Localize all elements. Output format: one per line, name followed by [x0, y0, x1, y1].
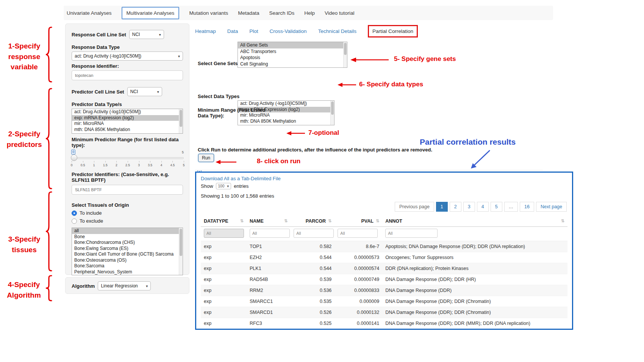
- tab-cross-validation[interactable]: Cross-Validation: [270, 28, 307, 34]
- prev-page-button[interactable]: Previous page: [395, 202, 434, 212]
- sort-icon[interactable]: ⇅: [376, 218, 379, 223]
- filter-parcor-input[interactable]: [294, 229, 334, 238]
- nav-metadata[interactable]: Metadata: [238, 10, 259, 16]
- cell-parcor: 0.536: [291, 285, 335, 296]
- page-button[interactable]: 16: [520, 202, 534, 212]
- sort-icon[interactable]: ⇅: [284, 218, 288, 223]
- tissue-include-option[interactable]: To include: [72, 210, 183, 216]
- nav-mutation-variants[interactable]: Mutation variants: [189, 10, 228, 16]
- list-option[interactable]: mth: DNA 850K Methylation: [238, 119, 334, 125]
- entries-select[interactable]: 100 ▾: [216, 183, 231, 189]
- scrollbar-thumb[interactable]: [180, 229, 182, 256]
- table-row: exp SMARCC1 0.535 0.000009 DNA Damage Re…: [201, 296, 567, 307]
- predictor-identifiers-input[interactable]: SLFN11 BPTF: [72, 185, 183, 195]
- select-value: 100: [218, 184, 225, 188]
- next-page-button[interactable]: Next page: [536, 202, 567, 212]
- radio-unselected-icon[interactable]: [72, 218, 77, 224]
- slider-track[interactable]: [72, 157, 184, 159]
- list-option[interactable]: Bone:Osteosarcoma (OS): [72, 257, 183, 264]
- sort-icon[interactable]: ⇅: [240, 218, 244, 223]
- response-identifier-input[interactable]: topotecan: [72, 70, 183, 80]
- col-header-pval[interactable]: ⇅PVAL: [335, 215, 382, 227]
- tissue-exclude-option[interactable]: To exclude: [72, 218, 183, 224]
- min-predictor-range-slider[interactable]: 0 5 0 0.5 1 1.5 2 2.5 3 3.5 4 4.5 5: [72, 151, 184, 168]
- list-option[interactable]: Bone:Giant Cell Tumor of Bone (GCTB) Sar…: [72, 251, 183, 257]
- page-button[interactable]: 5: [491, 202, 502, 212]
- cell-parcor: 0.582: [291, 241, 335, 252]
- scrollbar[interactable]: [179, 109, 183, 133]
- table-row: exp EZH2 0.544 0.00000573 Oncogenes; Tum…: [201, 252, 567, 263]
- scrollbar-thumb[interactable]: [331, 101, 334, 115]
- app-root: Univariate Analyses Multivariate Analyse…: [0, 0, 644, 362]
- list-option-selected[interactable]: all: [72, 228, 183, 234]
- cell-annot: DNA Damage Response (DDR); DDR (Chromati…: [382, 296, 567, 307]
- list-option[interactable]: Bone:Ewing Sarcoma (ES): [72, 246, 183, 252]
- scrollbar-thumb[interactable]: [180, 110, 182, 127]
- predictor-cell-line-set-select[interactable]: NCI ▾: [127, 87, 162, 96]
- entries-label: entries: [234, 183, 249, 189]
- list-option[interactable]: act: Drug Activity (-log10[IC50M]): [72, 109, 183, 115]
- algorithm-select[interactable]: Linear Regression ▾: [98, 281, 151, 290]
- list-option-selected[interactable]: All Gene Sets: [238, 42, 347, 48]
- sort-icon[interactable]: ⇅: [561, 218, 564, 223]
- page-button[interactable]: 2: [450, 202, 461, 212]
- cell-name: RRM2: [247, 285, 291, 296]
- nav-help[interactable]: Help: [304, 10, 315, 16]
- scrollbar[interactable]: [343, 42, 347, 67]
- cell-pval: 0.00000833: [335, 285, 382, 296]
- gene-sets-list[interactable]: All Gene Sets ABC Transporters Apoptosis…: [238, 42, 347, 68]
- list-option[interactable]: mir: MicroRNA: [72, 121, 183, 127]
- list-option[interactable]: Bone: [72, 234, 183, 240]
- tab-technical-details[interactable]: Technical Details: [318, 28, 356, 34]
- radio-selected-icon[interactable]: [72, 211, 77, 216]
- table-filter-row: [201, 227, 567, 241]
- sort-icon[interactable]: ⇅: [328, 218, 331, 223]
- list-option[interactable]: ABC Transporters: [238, 48, 347, 55]
- list-option[interactable]: Peripheral_Nervous_System: [72, 269, 183, 275]
- tab-plot[interactable]: Plot: [249, 28, 258, 34]
- table-row: exp CHAF1B 0.522 0.0000157 DDR (DNA repl…: [201, 329, 567, 330]
- download-link[interactable]: Download All as a Tab-Delimited File: [201, 176, 281, 181]
- tissue-list[interactable]: all Bone Bone:Chondrosarcoma (CHS) Bone:…: [72, 228, 183, 275]
- list-option-selected[interactable]: exp: mRNA Expression (log2): [72, 115, 183, 121]
- nav-video-tutorial[interactable]: Video tutorial: [325, 10, 355, 16]
- response-cell-line-set-select[interactable]: NCI ▾: [129, 30, 164, 39]
- run-button[interactable]: Run: [198, 154, 214, 162]
- cell-annot: DNA Damage Response (DDR); DDR (MMR); DD…: [382, 318, 567, 329]
- filter-pval-input[interactable]: [338, 229, 378, 238]
- col-header-name[interactable]: NAME⇅: [247, 215, 291, 227]
- tab-heatmap[interactable]: Heatmap: [195, 28, 216, 34]
- slider-handle[interactable]: [71, 154, 77, 161]
- scrollbar[interactable]: [330, 101, 334, 125]
- scrollbar-thumb[interactable]: [344, 43, 347, 55]
- col-header-annot[interactable]: ANNOT⇅: [382, 215, 567, 227]
- nav-search-ids[interactable]: Search IDs: [269, 10, 294, 16]
- col-header-datatype[interactable]: DATATYPE⇅: [201, 215, 247, 227]
- tab-partial-correlation[interactable]: Partial Correlation: [372, 28, 413, 34]
- list-option[interactable]: act: Drug Activity (-log10[IC50M]): [238, 101, 334, 107]
- filter-datatype-input[interactable]: [204, 229, 244, 238]
- list-option[interactable]: mth: DNA 850K Methylation: [72, 127, 183, 133]
- select-value: Linear Regression: [101, 283, 138, 289]
- col-header-parcor[interactable]: ⇅PARCOR: [291, 215, 335, 227]
- nav-multivariate-analyses[interactable]: Multivariate Analyses: [122, 7, 180, 19]
- tab-data[interactable]: Data: [227, 28, 238, 34]
- page-button[interactable]: 3: [463, 202, 475, 212]
- response-data-type-select[interactable]: act: Drug Activity (-log10[IC50M]) ▾: [72, 51, 183, 61]
- list-option[interactable]: Cell Signaling: [238, 61, 347, 67]
- predictor-data-types-list[interactable]: act: Drug Activity (-log10[IC50M]) exp: …: [72, 109, 183, 134]
- cell-annot: DDR (DNA replication): [382, 329, 567, 330]
- annotation-step5-text: 5- Specify gene sets: [394, 55, 456, 64]
- annotation-arrow-6: [336, 82, 357, 88]
- select-value: act: Drug Activity (-log10[IC50M]): [75, 53, 141, 59]
- scrollbar[interactable]: [179, 228, 183, 275]
- annotation-step4-text: 4-Specify Algorithm: [2, 279, 46, 300]
- filter-annot-input[interactable]: [385, 229, 438, 238]
- list-option[interactable]: Apoptosis: [238, 55, 347, 61]
- page-button-active[interactable]: 1: [436, 202, 448, 212]
- nav-univariate-analyses[interactable]: Univariate Analyses: [67, 10, 112, 16]
- list-option[interactable]: Bone:Sarcoma: [72, 263, 183, 269]
- page-button[interactable]: 4: [477, 202, 489, 212]
- filter-name-input[interactable]: [250, 229, 290, 238]
- list-option[interactable]: Bone:Chondrosarcoma (CHS): [72, 240, 183, 246]
